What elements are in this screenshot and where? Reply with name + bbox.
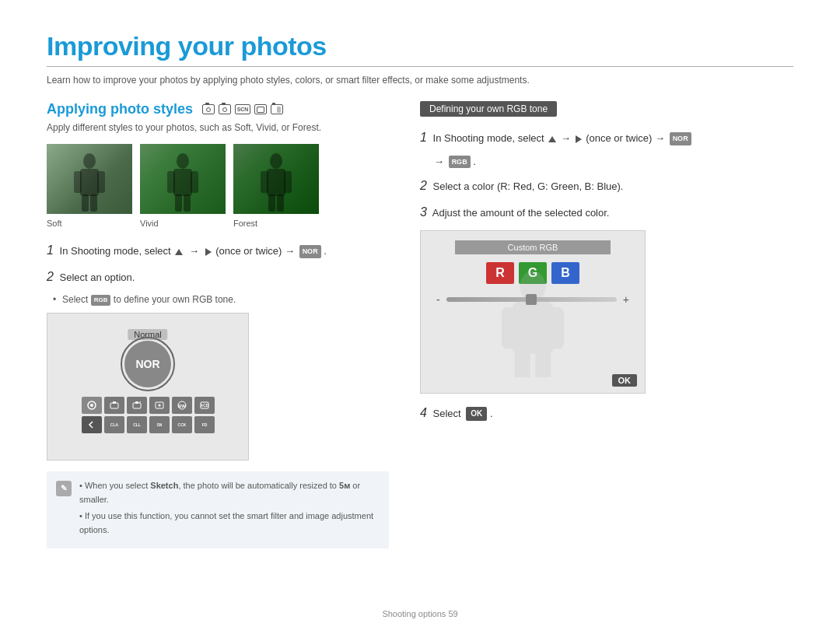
grid-icon-11[interactable]: FD xyxy=(194,416,215,433)
step-1-right-sub: → RGB . xyxy=(420,154,793,170)
step-1-right-nor-icon: NOR xyxy=(670,132,691,145)
rgb-title-bar: Custom RGB xyxy=(455,240,611,254)
step-2-right-num: 2 xyxy=(420,179,427,192)
step-4-right-text: Select xyxy=(433,408,461,419)
svg-rect-2 xyxy=(74,171,82,193)
grid-icon-5[interactable]: BW xyxy=(172,397,192,414)
icon-grid-row2: CLA CLL SN CCK FD xyxy=(82,416,215,433)
step-1-arrow: → xyxy=(189,245,199,257)
svg-rect-39 xyxy=(502,307,517,349)
page-footer: Shooting options 59 xyxy=(0,609,840,618)
right-column: Defining your own RGB tone 1 In Shooting… xyxy=(420,101,793,548)
svg-point-6 xyxy=(177,153,189,169)
ok-button[interactable]: OK xyxy=(612,374,638,387)
svg-rect-3 xyxy=(97,171,105,193)
svg-text:CLA: CLA xyxy=(110,422,118,427)
svg-rect-41 xyxy=(515,351,530,377)
svg-text:CLL: CLL xyxy=(133,422,141,427)
grid-icon-4[interactable] xyxy=(149,397,170,414)
page-title: Improving your photos xyxy=(47,31,793,61)
page-container: Improving your photos Learn how to impro… xyxy=(0,0,840,634)
svg-rect-4 xyxy=(82,194,89,212)
section-description: Apply different styles to your photos, s… xyxy=(47,121,389,135)
grid-icon-1[interactable] xyxy=(82,397,102,414)
person-silhouette-forest xyxy=(253,152,299,214)
grid-icon-back[interactable] xyxy=(82,416,102,433)
svg-text:CCK: CCK xyxy=(177,422,186,427)
rgb-badge: Defining your own RGB tone xyxy=(420,101,557,117)
svg-rect-17 xyxy=(277,194,284,212)
nor-icon-ring xyxy=(121,337,175,391)
photo-label-vivid: Vivid xyxy=(140,219,226,228)
photo-vivid xyxy=(140,144,226,214)
step-1-right-rgb-sub-icon: RGB xyxy=(449,156,471,168)
two-col-layout: Applying photo styles SCN xyxy=(47,101,793,548)
rgb-ui-box: Custom RGB R G B - + OK xyxy=(420,230,646,394)
svg-rect-16 xyxy=(268,194,275,212)
svg-text:BW: BW xyxy=(178,404,186,408)
photo-soft xyxy=(47,144,132,214)
bullet-rgb-icon: RGB xyxy=(91,295,111,306)
svg-rect-14 xyxy=(261,171,268,193)
step-1-right-text: In Shooting mode, select xyxy=(433,132,544,144)
svg-rect-40 xyxy=(548,307,564,349)
page-subtitle: Learn how to improve your photos by appl… xyxy=(47,75,793,86)
grid-icon-9[interactable]: SN xyxy=(149,416,170,433)
rgb-slider-plus: + xyxy=(623,293,629,306)
note-bullet-2: • If you use this function, you cannot s… xyxy=(79,510,380,537)
svg-rect-1 xyxy=(80,169,99,196)
step-1-dot: . xyxy=(324,245,327,257)
grid-icon-10[interactable]: CCK xyxy=(172,416,192,433)
section-title-applying: Applying photo styles SCN xyxy=(47,101,389,117)
person-silhouette-vivid xyxy=(159,152,206,214)
bullet-text-1: Select xyxy=(62,294,91,305)
step-1-text-2: (once or twice) → xyxy=(215,245,295,257)
section-icons: SCN xyxy=(202,104,283,114)
applying-heading: Applying photo styles xyxy=(47,101,193,117)
step-1-num: 1 xyxy=(47,243,54,257)
svg-point-0 xyxy=(83,153,96,169)
rgb-slider-thumb[interactable] xyxy=(526,294,537,305)
note-content: • When you select Sketch, the photo will… xyxy=(79,479,380,540)
grid-icon-2[interactable] xyxy=(104,397,124,414)
photo-label-forest: Forest xyxy=(233,219,319,228)
step-1-right-triangle xyxy=(548,132,556,144)
nor-icon-big: NOR xyxy=(124,341,171,387)
svg-rect-11 xyxy=(184,194,191,212)
icon-grid-row1: BW ACD xyxy=(82,397,215,414)
svg-rect-5 xyxy=(90,194,97,212)
note-bullet-1: • When you select Sketch, the photo will… xyxy=(79,479,380,506)
step-3-right: 3 Adjust the amount of the selected colo… xyxy=(420,202,793,222)
svg-rect-42 xyxy=(535,351,551,377)
grid-icon-7[interactable]: CLA xyxy=(104,416,124,433)
grid-icon-8[interactable]: CLL xyxy=(127,416,147,433)
step-1-icon-triangle-right xyxy=(205,245,215,257)
svg-rect-21 xyxy=(113,401,116,404)
step-1-right-arrow2: → xyxy=(434,156,444,167)
svg-text:ACD: ACD xyxy=(200,403,208,408)
camera-ui-box: Normal NOR xyxy=(47,313,249,461)
step-2-left: 2 Select an option. xyxy=(47,267,389,287)
svg-rect-22 xyxy=(133,403,141,408)
rgb-slider-minus: - xyxy=(436,293,440,306)
svg-point-12 xyxy=(270,153,282,169)
svg-point-19 xyxy=(90,404,93,407)
step-1-left: 1 In Shooting mode, select → (once or tw… xyxy=(47,240,389,261)
grid-icon-6[interactable]: ACD xyxy=(194,397,215,414)
note-icon: ✎ xyxy=(56,481,72,496)
step-4-right-num: 4 xyxy=(420,406,427,419)
svg-rect-13 xyxy=(267,169,285,196)
svg-rect-10 xyxy=(175,194,182,212)
grid-icon-3[interactable] xyxy=(127,397,147,414)
step-2-right: 2 Select a color (R: Red, G: Green, B: B… xyxy=(420,176,793,196)
svg-text:FD: FD xyxy=(201,422,207,427)
svg-rect-8 xyxy=(167,171,175,193)
note-box: ✎ • When you select Sketch, the photo wi… xyxy=(47,471,389,548)
step-2-num: 2 xyxy=(47,270,54,283)
svg-rect-38 xyxy=(512,302,553,354)
step-2-bullet: Select RGB to define your own RGB tone. xyxy=(47,292,389,306)
step-1-right-arrow-right xyxy=(576,132,582,144)
svg-rect-23 xyxy=(135,401,138,404)
rgb-slider-track[interactable] xyxy=(446,297,617,302)
photo-samples xyxy=(47,144,389,214)
